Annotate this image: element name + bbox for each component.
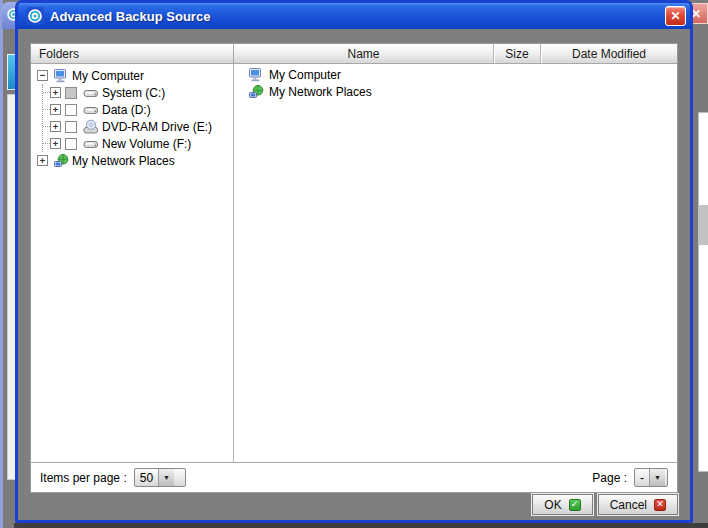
tree-connector <box>43 126 50 127</box>
checkbox-data-d[interactable] <box>65 104 77 116</box>
items-list: My Computer My Network Places <box>234 64 677 462</box>
background-window-border <box>0 0 3 528</box>
advanced-backup-source-dialog: Advanced Backup Source ✕ Folders Name Si… <box>15 0 693 523</box>
network-icon <box>248 84 264 100</box>
tree-node-label[interactable]: My Network Places <box>72 154 175 168</box>
items-per-page-value: 50 <box>135 469 158 486</box>
tree-node-label[interactable]: My Computer <box>72 69 144 83</box>
folders-tree: My Computer <box>31 64 233 462</box>
tree-node-my-network-places[interactable]: My Network Places <box>37 152 233 169</box>
tree-node-data-d[interactable]: Data (D:) <box>43 101 233 118</box>
computer-icon <box>248 67 264 83</box>
column-header-date-modified[interactable]: Date Modified <box>540 44 677 63</box>
dialog-buttons: OK Cancel <box>532 494 678 515</box>
tree-connector <box>43 109 50 110</box>
disk-icon <box>83 102 99 118</box>
ok-button[interactable]: OK <box>532 494 592 515</box>
items-per-page-select[interactable]: 50 ▼ <box>134 468 186 487</box>
ok-check-icon <box>569 499 581 511</box>
network-icon <box>53 153 69 169</box>
column-header-name[interactable]: Name <box>234 44 493 63</box>
cancel-button[interactable]: Cancel <box>598 494 678 515</box>
computer-icon <box>53 68 69 84</box>
my-computer-children: System (C:) <box>42 84 233 152</box>
expand-icon[interactable] <box>37 155 48 166</box>
tree-node-label[interactable]: Data (D:) <box>102 103 151 117</box>
items-per-page-label: Items per page : <box>40 471 127 485</box>
checkbox-new-volume-f[interactable] <box>65 138 77 150</box>
pagination-bar: Items per page : 50 ▼ Page : - ▼ <box>31 462 677 492</box>
tree-node-label[interactable]: System (C:) <box>102 86 165 100</box>
tree-node-my-computer[interactable]: My Computer <box>37 67 233 84</box>
chevron-down-icon: ▼ <box>158 469 174 486</box>
close-icon: ✕ <box>670 10 680 22</box>
page-select[interactable]: - ▼ <box>634 468 668 487</box>
list-item-label[interactable]: My Computer <box>269 68 341 82</box>
background-bottom-strip <box>14 523 708 528</box>
checkbox-system-c[interactable] <box>65 87 77 99</box>
chevron-down-icon: ▼ <box>649 469 665 486</box>
folders-header: Folders <box>31 44 233 63</box>
expand-icon[interactable] <box>50 138 61 149</box>
expand-icon[interactable] <box>50 104 61 115</box>
disk-icon <box>83 85 99 101</box>
disk-icon <box>83 136 99 152</box>
background-content-panel <box>698 112 708 472</box>
ok-button-label: OK <box>544 498 561 512</box>
dialog-logo-icon <box>26 7 44 25</box>
list-item-my-network-places[interactable]: My Network Places <box>234 83 677 100</box>
dialog-titlebar: Advanced Backup Source ✕ <box>18 3 690 29</box>
dialog-title: Advanced Backup Source <box>50 9 665 24</box>
panel-body: My Computer <box>31 64 677 462</box>
tree-node-label[interactable]: New Volume (F:) <box>102 137 191 151</box>
cancel-x-icon <box>654 499 666 511</box>
browser-panel: Folders Name Size Date Modified <box>30 43 678 493</box>
background-close-icon: ✕ <box>691 3 708 24</box>
tree-node-new-volume-f[interactable]: New Volume (F:) <box>43 135 233 152</box>
tree-connector <box>43 92 50 93</box>
close-button[interactable]: ✕ <box>665 6 686 26</box>
expand-icon[interactable] <box>50 121 61 132</box>
list-item-label[interactable]: My Network Places <box>269 85 372 99</box>
tree-connector <box>43 143 50 144</box>
background-content-patch <box>698 205 708 245</box>
cd-drive-icon <box>83 119 99 135</box>
dialog-body: Folders Name Size Date Modified <box>18 29 690 520</box>
page-label: Page : <box>592 471 627 485</box>
expand-icon[interactable] <box>50 87 61 98</box>
page-value: - <box>635 469 649 486</box>
column-header-row: Folders Name Size Date Modified <box>31 44 677 64</box>
column-header-size[interactable]: Size <box>493 44 540 63</box>
list-item-my-computer[interactable]: My Computer <box>234 66 677 83</box>
collapse-icon[interactable] <box>37 70 48 81</box>
cancel-button-label: Cancel <box>610 498 647 512</box>
checkbox-dvd-ram-e[interactable] <box>65 121 77 133</box>
tree-node-system-c[interactable]: System (C:) <box>43 84 233 101</box>
tree-node-dvd-ram-e[interactable]: DVD-RAM Drive (E:) <box>43 118 233 135</box>
tree-node-label[interactable]: DVD-RAM Drive (E:) <box>102 120 212 134</box>
